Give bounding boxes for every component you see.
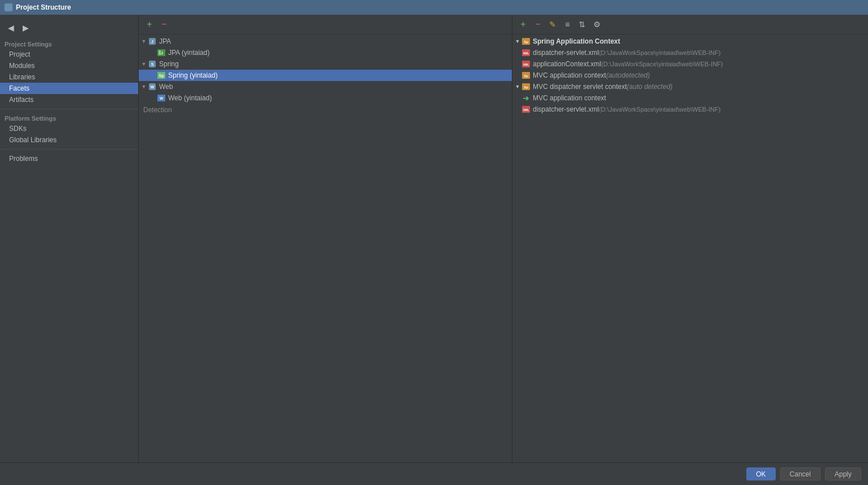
sidebar-item-project[interactable]: Project: [0, 49, 138, 60]
jpa-group-label: JPA: [159, 37, 171, 45]
sidebar-item-modules[interactable]: Modules: [0, 60, 138, 71]
tree-node-web-yintaiad[interactable]: W Web (yintaiad): [139, 92, 512, 104]
detection-item[interactable]: Detection: [139, 104, 512, 116]
svg-text:XML: XML: [523, 63, 529, 66]
sidebar-item-problems[interactable]: Problems: [0, 153, 138, 164]
no-triangle: [515, 107, 520, 112]
no-triangle-spacer: [150, 73, 156, 78]
mvc-app-context-label: MVC application context: [533, 71, 606, 79]
application-context-path: (D:\JavaWorkSpace\yintaiad\web\WEB-INF): [601, 61, 723, 67]
sidebar-item-libraries[interactable]: Libraries: [0, 71, 138, 83]
xml-icon-3: XML: [521, 105, 531, 114]
mvc-app-context-child-label: MVC application context: [533, 94, 606, 102]
dispatcher-servlet-2-path: (D:\JavaWorkSpace\yintaiad\web\WEB-INF): [599, 106, 721, 113]
jpa-yintaiad-label: JPA (yintaiad): [168, 49, 209, 57]
sidebar: ◀ ▶ Project Settings Project Modules Lib…: [0, 15, 139, 485]
right-tree-application-context[interactable]: XML applicationContext.xml (D:\JavaWorkS…: [512, 58, 868, 70]
web-group-icon: W: [148, 82, 157, 91]
bottom-bar: OK Cancel Apply: [0, 462, 868, 485]
triangle-expand-icon: ▼: [515, 39, 520, 44]
no-triangle: [515, 95, 520, 101]
svg-text:J: J: [161, 51, 163, 55]
right-tree-spring-app-context[interactable]: ▼ Sp Spring Application Context: [512, 36, 868, 47]
web-yintaiad-label: Web (yintaiad): [168, 94, 212, 102]
arrow-icon: ➜: [521, 93, 531, 103]
svg-text:S: S: [151, 62, 154, 66]
sidebar-item-facets[interactable]: Facets: [0, 83, 138, 94]
no-triangle-spacer: [150, 95, 156, 101]
svg-text:W: W: [160, 96, 164, 100]
xml-icon-1: XML: [521, 48, 531, 57]
tree-node-web-group[interactable]: ▼ W Web: [139, 81, 512, 92]
svg-text:XML: XML: [523, 108, 529, 112]
spring-app-context-label: Spring Application Context: [533, 37, 620, 45]
triangle-icon: ▼: [141, 61, 147, 67]
mvc-dispatcher-label: MVC dispatcher servlet context: [533, 83, 627, 91]
tree-node-jpa-group[interactable]: ▼ J JPA: [139, 36, 512, 47]
tree-node-spring-group[interactable]: ▼ S Spring: [139, 58, 512, 70]
right-tree: ▼ Sp Spring Application Context XML disp…: [512, 35, 868, 485]
dispatcher-servlet-2-label: dispatcher-servlet.xml: [533, 105, 599, 113]
xml-icon-2: XML: [521, 59, 531, 69]
svg-text:Sp: Sp: [524, 40, 528, 44]
tree-node-spring-yintaiad[interactable]: Sp Spring (yintaiad): [139, 70, 512, 81]
right-panel: + − ✎ ≡ ⇅ ⚙ ▼ Sp: [512, 15, 868, 485]
sidebar-item-sdks[interactable]: SDKs: [0, 123, 138, 134]
right-move-up-button[interactable]: ≡: [561, 18, 574, 31]
center-remove-button[interactable]: −: [158, 18, 170, 31]
project-structure-icon: [5, 3, 12, 11]
right-settings-button[interactable]: ⚙: [591, 18, 603, 31]
mvc-app-context-auto: (autodetected): [606, 71, 649, 79]
sidebar-back-button[interactable]: ◀: [5, 22, 17, 34]
center-tree: ▼ J JPA J JPA (yintaiad) ▼ S S: [139, 35, 512, 485]
sidebar-forward-button[interactable]: ▶: [19, 22, 32, 34]
right-tree-mvc-dispatcher[interactable]: ▼ Sp MVC dispatcher servlet context (aut…: [512, 81, 868, 92]
no-triangle: [515, 61, 520, 67]
triangle-icon: ▼: [141, 39, 147, 44]
right-remove-button[interactable]: −: [532, 18, 544, 31]
no-triangle: [515, 73, 520, 78]
svg-text:W: W: [151, 85, 155, 89]
dispatcher-servlet-path: (D:\JavaWorkSpace\yintaiad\web\WEB-INF): [599, 49, 721, 56]
right-tree-mvc-app-context-child[interactable]: ➜ MVC application context: [512, 92, 868, 104]
application-context-label: applicationContext.xml: [533, 60, 601, 68]
spring-context-icon: Sp: [521, 37, 531, 46]
right-move-down-button[interactable]: ⇅: [576, 18, 588, 31]
sidebar-item-artifacts[interactable]: Artifacts: [0, 94, 138, 105]
svg-text:Sp: Sp: [524, 86, 528, 89]
jpa-group-icon: J: [148, 37, 157, 46]
no-triangle: [515, 50, 520, 56]
right-edit-button[interactable]: ✎: [546, 18, 559, 31]
apply-button[interactable]: Apply: [825, 467, 861, 480]
title-bar: Project Structure: [0, 0, 868, 15]
web-group-label: Web: [159, 83, 173, 91]
spring-yintaiad-label: Spring (yintaiad): [168, 71, 217, 79]
right-tree-dispatcher-servlet-2[interactable]: XML dispatcher-servlet.xml (D:\JavaWorkS…: [512, 104, 868, 115]
triangle-expand-icon-2: ▼: [515, 84, 520, 90]
mvc-dispatcher-auto: (auto detected): [627, 83, 673, 91]
web-icon: W: [157, 93, 166, 103]
ok-button[interactable]: OK: [746, 467, 775, 480]
right-tree-dispatcher-servlet[interactable]: XML dispatcher-servlet.xml (D:\JavaWorkS…: [512, 47, 868, 58]
center-panel: + − ▼ J JPA J JPA (yintaiad): [139, 15, 512, 485]
svg-text:Sp: Sp: [524, 74, 528, 78]
dispatcher-servlet-label: dispatcher-servlet.xml: [533, 49, 599, 57]
dialog-title: Project Structure: [16, 3, 71, 11]
cancel-button[interactable]: Cancel: [780, 467, 820, 480]
tree-node-jpa-yintaiad[interactable]: J JPA (yintaiad): [139, 47, 512, 58]
center-add-button[interactable]: +: [143, 18, 156, 31]
no-triangle-spacer: [150, 50, 156, 56]
project-settings-label: Project Settings: [0, 39, 138, 49]
spring-group-label: Spring: [159, 60, 179, 68]
right-add-button[interactable]: +: [517, 18, 529, 31]
triangle-icon: ▼: [141, 84, 147, 90]
svg-text:Sp: Sp: [159, 74, 164, 78]
sidebar-item-global-libraries[interactable]: Global Libraries: [0, 134, 138, 146]
spring-context-icon-3: Sp: [521, 82, 531, 91]
right-tree-mvc-app-context[interactable]: Sp MVC application context (autodetected…: [512, 70, 868, 81]
svg-text:XML: XML: [523, 52, 529, 55]
platform-settings-label: Platform Settings: [0, 113, 138, 123]
jpa-icon: J: [157, 48, 166, 57]
svg-text:J: J: [151, 40, 153, 44]
spring-group-icon: S: [148, 59, 157, 69]
